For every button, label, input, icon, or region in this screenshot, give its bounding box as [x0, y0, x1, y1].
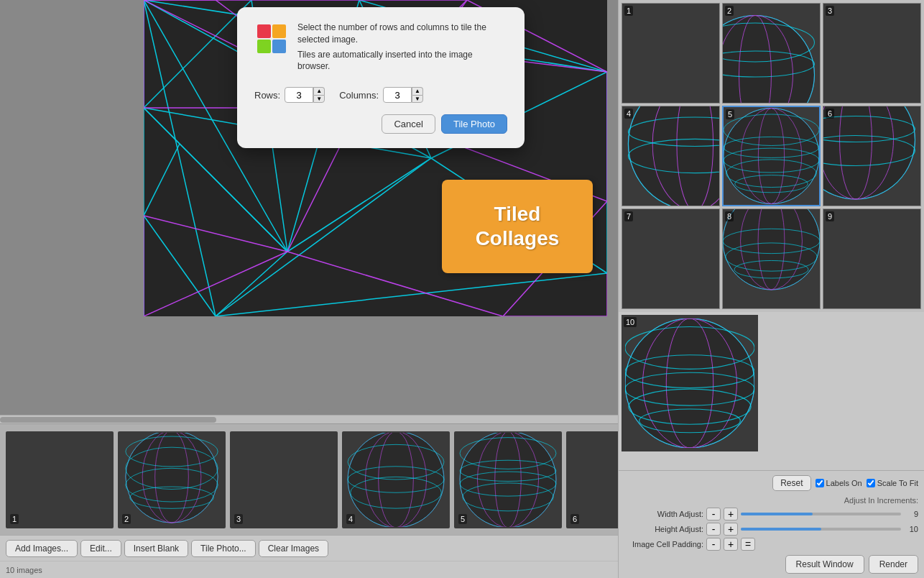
- sphere-svg: [343, 433, 448, 527]
- columns-arrows: ▲ ▼: [412, 87, 423, 103]
- item-number: 1: [10, 514, 19, 524]
- rows-up-arrow[interactable]: ▲: [313, 87, 325, 95]
- edit-button[interactable]: Edit...: [80, 540, 121, 557]
- cell-number-5: 5: [726, 109, 734, 119]
- width-slider-fill: [741, 513, 813, 515]
- adjust-increments-container: Adjust In Increments:: [624, 495, 918, 505]
- scale-to-fit-checkbox[interactable]: [867, 479, 875, 487]
- labels-on-checkbox[interactable]: [816, 479, 824, 487]
- width-adjust-label: Width Adjust:: [624, 510, 703, 518]
- images-count: 10 images: [6, 566, 42, 574]
- grid-cell-10[interactable]: 10: [622, 315, 758, 451]
- extra-tile-area: 10: [619, 312, 924, 470]
- grid-cell-5[interactable]: 5: [722, 106, 821, 206]
- grid-cell-8[interactable]: 8: [722, 208, 821, 309]
- sphere-svg-10: [625, 318, 754, 448]
- grid-cell-4[interactable]: 4: [622, 106, 720, 206]
- labels-on-label[interactable]: Labels On: [816, 479, 862, 487]
- columns-up-arrow[interactable]: ▲: [412, 87, 423, 95]
- dialog-buttons: Cancel Tile Photo: [254, 114, 507, 134]
- filmstrip-item[interactable]: 6: [566, 431, 618, 528]
- dialog-desc1: Select the number of rows and columns to…: [297, 22, 507, 46]
- width-value: 9: [904, 510, 918, 518]
- width-minus-button[interactable]: -: [706, 508, 721, 520]
- grid-cell-1[interactable]: 1: [622, 3, 720, 104]
- padding-plus-button[interactable]: +: [724, 538, 738, 551]
- icon-red: [257, 24, 271, 38]
- result-window-button[interactable]: Result Window: [785, 555, 864, 574]
- height-adjust-row: Height Adjust: - + 10: [624, 523, 918, 536]
- rows-arrows: ▲ ▼: [313, 87, 325, 103]
- horizontal-scrollbar[interactable]: [0, 415, 618, 423]
- scrollbar-thumb[interactable]: [0, 417, 216, 423]
- tile-photo-toolbar-button[interactable]: Tile Photo...: [191, 540, 256, 557]
- sphere-svg: [121, 433, 222, 527]
- icon-green: [257, 40, 271, 53]
- width-slider[interactable]: [741, 513, 901, 515]
- right-controls: Reset Labels On Scale To Fit Adjust In I…: [619, 470, 924, 578]
- height-slider[interactable]: [741, 528, 901, 531]
- cell-number-7: 7: [624, 211, 633, 221]
- cell-number-1: 1: [624, 6, 633, 16]
- svg-point-69: [723, 16, 815, 104]
- columns-down-arrow[interactable]: ▼: [412, 95, 423, 103]
- filmstrip-item[interactable]: 2: [118, 431, 226, 528]
- height-minus-button[interactable]: -: [706, 523, 721, 536]
- rows-input[interactable]: [285, 87, 313, 103]
- grid-cell-9[interactable]: 9: [823, 208, 921, 309]
- svg-point-96: [723, 209, 820, 290]
- reset-button[interactable]: Reset: [772, 475, 810, 491]
- item-number: 5: [458, 514, 467, 524]
- filmstrip-item[interactable]: 3: [230, 431, 338, 528]
- tile-photo-button[interactable]: Tile Photo: [441, 114, 507, 134]
- grid-cell-7[interactable]: 7: [622, 208, 720, 309]
- add-images-button[interactable]: Add Images...: [6, 540, 78, 557]
- grid-cell-2[interactable]: 2: [722, 3, 821, 104]
- sphere-svg-4: [622, 106, 719, 206]
- tile-photo-dialog: Select the number of rows and columns to…: [237, 7, 525, 148]
- svg-point-75: [628, 106, 719, 206]
- bottom-buttons-row: Result Window Render: [624, 555, 918, 574]
- dialog-inputs-row: Rows: ▲ ▼ Columns: ▲: [254, 87, 507, 103]
- sphere-6: [823, 106, 920, 206]
- filmstrip-item[interactable]: 5: [454, 431, 562, 528]
- sphere-svg-2: [723, 4, 820, 103]
- padding-adjust-row: Image Cell Padding: - + =: [624, 538, 918, 551]
- grid-cell-6[interactable]: 6: [823, 106, 921, 206]
- cell-number-8: 8: [725, 211, 734, 221]
- width-plus-button[interactable]: +: [724, 508, 738, 520]
- padding-label: Image Cell Padding:: [624, 540, 703, 549]
- filmstrip-item[interactable]: 4: [342, 431, 450, 528]
- padding-minus-button[interactable]: -: [706, 538, 721, 551]
- render-button[interactable]: Render: [869, 555, 918, 574]
- insert-blank-button[interactable]: Insert Blank: [124, 540, 188, 557]
- filmstrip[interactable]: 1 2: [0, 423, 618, 535]
- sphere-svg: [456, 433, 560, 527]
- height-plus-button[interactable]: +: [724, 523, 738, 536]
- bottom-toolbar: Add Images... Edit... Insert Blank Tile …: [0, 535, 618, 561]
- right-panel: 1 2 3: [618, 0, 924, 578]
- sphere-svg-5: [724, 107, 819, 205]
- cell-number-2: 2: [725, 6, 734, 16]
- rows-down-arrow[interactable]: ▼: [313, 95, 325, 103]
- cell-number-9: 9: [826, 211, 834, 221]
- cancel-button[interactable]: Cancel: [382, 114, 435, 134]
- status-bar: 10 images: [0, 561, 618, 578]
- item-number: 3: [234, 514, 243, 524]
- sphere-svg-8: [723, 209, 820, 308]
- columns-input[interactable]: [383, 87, 412, 103]
- cell-number-3: 3: [826, 6, 834, 16]
- scale-to-fit-label[interactable]: Scale To Fit: [867, 479, 918, 487]
- padding-equals-button[interactable]: =: [741, 538, 755, 551]
- height-value: 10: [904, 525, 918, 533]
- filmstrip-item[interactable]: 1: [6, 431, 114, 528]
- clear-images-button[interactable]: Clear Images: [259, 540, 328, 557]
- rows-spinner: ▲ ▼: [285, 87, 325, 103]
- columns-spinner: ▲ ▼: [383, 87, 423, 103]
- item-number: 2: [122, 514, 131, 524]
- sphere-svg-6: [823, 106, 920, 206]
- sphere-5: [724, 107, 819, 205]
- cell-number-6: 6: [826, 109, 834, 119]
- canvas-area: Tiled Collages: [0, 0, 618, 415]
- grid-cell-3[interactable]: 3: [823, 3, 921, 104]
